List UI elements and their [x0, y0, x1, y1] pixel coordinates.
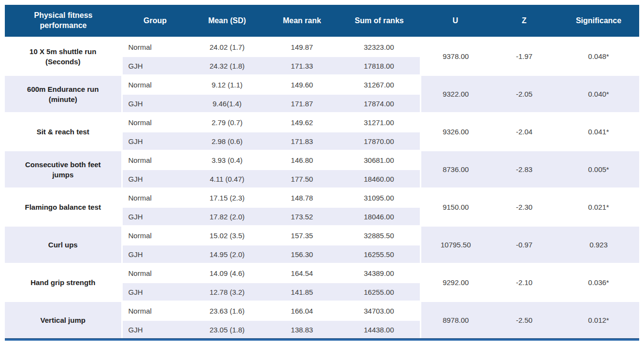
table-row: Sit & reach testNormal2.79 (0.7)149.6231…: [5, 113, 639, 132]
column-header-significance: Significance: [558, 5, 639, 38]
mean-sd-cell: 24.32 (1.8): [188, 57, 266, 75]
table-row: 600m Endurance run (minute)Normal9.12 (1…: [5, 75, 639, 94]
significance-value-cell: 0.041*: [558, 113, 639, 151]
group-cell: GJH: [122, 207, 188, 226]
group-cell: GJH: [122, 320, 188, 339]
test-name-cell: Hand grip strength: [5, 264, 122, 302]
mean-rank-cell: 141.85: [266, 283, 338, 302]
group-cell: Normal: [122, 151, 188, 170]
sum-ranks-cell: 17870.00: [338, 132, 420, 151]
sum-ranks-cell: 16255.50: [338, 245, 420, 264]
sum-ranks-cell: 31267.00: [338, 75, 420, 94]
mean-sd-cell: 9.46(1.4): [188, 94, 266, 113]
z-value-cell: -0.97: [490, 226, 558, 264]
mean-sd-cell: 17.82 (2.0): [188, 207, 266, 226]
u-value-cell: 10795.50: [420, 226, 490, 264]
test-name-cell: 10 X 5m shuttle run (Seconds): [5, 38, 122, 75]
mean-rank-cell: 171.83: [266, 132, 338, 151]
significance-value-cell: 0.048*: [558, 38, 639, 75]
sum-ranks-cell: 14438.00: [338, 320, 420, 339]
z-value-cell: -1.97: [490, 38, 558, 75]
table-header: Physical fitness performance Group Mean …: [5, 5, 639, 38]
table-row: Hand grip strengthNormal14.09 (4.6)164.5…: [5, 264, 639, 283]
sum-ranks-cell: 31271.00: [338, 113, 420, 132]
mean-rank-cell: 148.78: [266, 188, 338, 207]
test-name-cell: Curl ups: [5, 226, 122, 264]
group-cell: Normal: [122, 38, 188, 57]
significance-value-cell: 0.021*: [558, 188, 639, 226]
header-row: Physical fitness performance Group Mean …: [5, 5, 639, 38]
fitness-statistics-table-container: Physical fitness performance Group Mean …: [5, 5, 639, 341]
test-name-cell: Flamingo balance test: [5, 188, 122, 226]
test-name-cell: Consecutive both feet jumps: [5, 151, 122, 188]
mean-rank-cell: 171.33: [266, 57, 338, 75]
sum-ranks-cell: 18460.00: [338, 170, 420, 188]
group-cell: GJH: [122, 245, 188, 264]
significance-value-cell: 0.923: [558, 226, 639, 264]
sum-ranks-cell: 32885.50: [338, 226, 420, 245]
group-cell: Normal: [122, 188, 188, 207]
test-name-cell: 600m Endurance run (minute): [5, 75, 122, 113]
u-value-cell: 9322.00: [420, 75, 490, 113]
sum-ranks-cell: 34389.00: [338, 264, 420, 283]
mean-sd-cell: 9.12 (1.1): [188, 75, 266, 94]
mean-rank-cell: 173.52: [266, 207, 338, 226]
table-row: Flamingo balance testNormal17.15 (2.3)14…: [5, 188, 639, 207]
mean-rank-cell: 177.50: [266, 170, 338, 188]
sum-ranks-cell: 17874.00: [338, 94, 420, 113]
mean-rank-cell: 149.87: [266, 38, 338, 57]
group-cell: GJH: [122, 170, 188, 188]
z-value-cell: -2.50: [490, 302, 558, 339]
mean-rank-cell: 149.60: [266, 75, 338, 94]
test-name-cell: Vertical jump: [5, 302, 122, 339]
u-value-cell: 8978.00: [420, 302, 490, 339]
mean-sd-cell: 23.05 (1.8): [188, 320, 266, 339]
u-value-cell: 9326.00: [420, 113, 490, 151]
group-cell: Normal: [122, 113, 188, 132]
z-value-cell: -2.04: [490, 113, 558, 151]
mean-rank-cell: 138.83: [266, 320, 338, 339]
fitness-statistics-table: Physical fitness performance Group Mean …: [5, 5, 639, 338]
u-value-cell: 9292.00: [420, 264, 490, 302]
mean-sd-cell: 4.11 (0.47): [188, 170, 266, 188]
sum-ranks-cell: 30681.00: [338, 151, 420, 170]
sum-ranks-cell: 34703.00: [338, 302, 420, 320]
mean-rank-cell: 166.04: [266, 302, 338, 320]
significance-value-cell: 0.040*: [558, 75, 639, 113]
mean-sd-cell: 12.78 (3.2): [188, 283, 266, 302]
mean-sd-cell: 3.93 (0.4): [188, 151, 266, 170]
group-cell: Normal: [122, 302, 188, 320]
significance-value-cell: 0.036*: [558, 264, 639, 302]
mean-sd-cell: 24.02 (1.7): [188, 38, 266, 57]
mean-rank-cell: 157.35: [266, 226, 338, 245]
sum-ranks-cell: 18046.00: [338, 207, 420, 226]
group-cell: Normal: [122, 75, 188, 94]
column-header-sum-of-ranks: Sum of ranks: [338, 5, 420, 38]
column-header-mean-sd: Mean (SD): [188, 5, 266, 38]
group-cell: GJH: [122, 94, 188, 113]
sum-ranks-cell: 31095.00: [338, 188, 420, 207]
column-header-physical-fitness-performance: Physical fitness performance: [5, 5, 122, 38]
table-bottom-border: [5, 338, 639, 341]
mean-rank-cell: 164.54: [266, 264, 338, 283]
mean-sd-cell: 14.95 (2.0): [188, 245, 266, 264]
u-value-cell: 9150.00: [420, 188, 490, 226]
table-row: Vertical jumpNormal23.63 (1.6)166.043470…: [5, 302, 639, 320]
sum-ranks-cell: 32323.00: [338, 38, 420, 57]
significance-value-cell: 0.012*: [558, 302, 639, 339]
mean-sd-cell: 17.15 (2.3): [188, 188, 266, 207]
z-value-cell: -2.10: [490, 264, 558, 302]
table-row: Curl upsNormal15.02 (3.5)157.3532885.501…: [5, 226, 639, 245]
column-header-z: Z: [490, 5, 558, 38]
group-cell: GJH: [122, 57, 188, 75]
mean-rank-cell: 149.62: [266, 113, 338, 132]
table-row: 10 X 5m shuttle run (Seconds)Normal24.02…: [5, 38, 639, 57]
mean-sd-cell: 14.09 (4.6): [188, 264, 266, 283]
sum-ranks-cell: 16255.00: [338, 283, 420, 302]
u-value-cell: 9378.00: [420, 38, 490, 75]
sum-ranks-cell: 17818.00: [338, 57, 420, 75]
mean-sd-cell: 2.79 (0.7): [188, 113, 266, 132]
mean-rank-cell: 146.80: [266, 151, 338, 170]
mean-sd-cell: 15.02 (3.5): [188, 226, 266, 245]
column-header-group: Group: [122, 5, 188, 38]
